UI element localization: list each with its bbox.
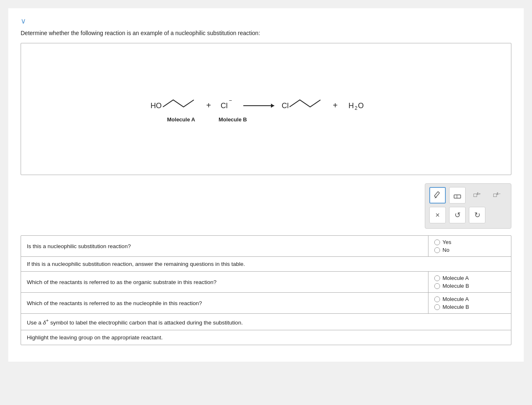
top-chevron[interactable]: ∨ xyxy=(21,17,511,26)
question-nucleophile: Which of the reactants is referred to as… xyxy=(21,293,428,313)
question-delta: Use a δ+ symbol to label the electrophil… xyxy=(21,314,511,330)
option-no[interactable]: No xyxy=(434,247,505,253)
table-row-highlight: Highlight the leaving group on the appro… xyxy=(21,330,511,345)
redo-icon: ↻ xyxy=(474,211,480,220)
question-info-text: If this is a nucleophilic substitution r… xyxy=(27,261,245,267)
table-row-nucleophilic: Is this a nucleophilic substitution reac… xyxy=(21,236,511,257)
question-substrate: Which of the reactants is referred to as… xyxy=(21,272,428,292)
table-row-info: If this is a nucleophilic substitution r… xyxy=(21,257,511,272)
svg-text:+: + xyxy=(333,101,338,110)
svg-text:2: 2 xyxy=(355,105,358,111)
svg-text:Molecule A: Molecule A xyxy=(167,116,195,123)
question-nucleophile-text: Which of the reactants is referred to as… xyxy=(27,300,202,306)
svg-text:Molecule B: Molecule B xyxy=(219,116,247,123)
option-nucleophile-a[interactable]: Molecule A xyxy=(434,296,505,302)
undo-button[interactable]: ↺ xyxy=(449,207,466,223)
option-nucleophile-b[interactable]: Molecule B xyxy=(434,304,505,310)
toolbar-area: □δ+ □δ− × ↺ ↻ xyxy=(21,183,511,229)
reaction-diagram: HO + Cl − Cl + H 2 O Molecule A Mol xyxy=(97,84,435,134)
close-button[interactable]: × xyxy=(429,207,446,223)
eraser-icon xyxy=(453,191,462,200)
radio-nucleophile-b[interactable] xyxy=(434,304,440,310)
svg-text:−: − xyxy=(229,97,232,104)
svg-text:HO: HO xyxy=(151,102,162,110)
svg-text:+: + xyxy=(206,101,211,110)
delta-minus-button[interactable]: □δ− xyxy=(489,187,505,204)
svg-text:Cl: Cl xyxy=(282,102,289,110)
question-nucleophilic: Is this a nucleophilic substitution reac… xyxy=(21,236,428,256)
radio-substrate-b[interactable] xyxy=(434,283,440,289)
options-nucleophile: Molecule A Molecule B xyxy=(428,293,511,313)
option-substrate-a[interactable]: Molecule A xyxy=(434,275,505,281)
undo-icon: ↺ xyxy=(454,211,461,220)
toolbar-panel: □δ+ □δ− × ↺ ↻ xyxy=(425,183,511,229)
svg-text:O: O xyxy=(358,102,364,110)
option-yes[interactable]: Yes xyxy=(434,239,505,245)
svg-text:H: H xyxy=(348,102,354,110)
radio-no[interactable] xyxy=(434,247,440,253)
question-text: Determine whether the following reaction… xyxy=(21,30,511,36)
close-icon: × xyxy=(435,211,440,220)
reaction-box: HO + Cl − Cl + H 2 O Molecule A Mol xyxy=(21,43,511,175)
option-substrate-b[interactable]: Molecule B xyxy=(434,283,505,289)
delta-plus-button[interactable]: □δ+ xyxy=(469,187,485,204)
svg-rect-13 xyxy=(434,192,440,197)
question-highlight: Highlight the leaving group on the appro… xyxy=(21,330,511,345)
options-nucleophilic: Yes No xyxy=(428,236,511,256)
radio-substrate-a[interactable] xyxy=(434,275,440,281)
question-delta-text: Use a δ+ symbol to label the electrophil… xyxy=(27,318,243,326)
radio-yes[interactable] xyxy=(434,239,440,245)
delta-minus-icon: □δ− xyxy=(493,192,500,199)
pencil-button[interactable] xyxy=(429,187,446,204)
eraser-button[interactable] xyxy=(449,187,466,204)
table-row-nucleophile: Which of the reactants is referred to as… xyxy=(21,293,511,314)
table-row-substrate: Which of the reactants is referred to as… xyxy=(21,272,511,293)
empty-slot xyxy=(489,207,505,223)
svg-marker-5 xyxy=(271,104,274,108)
svg-text:Cl: Cl xyxy=(221,102,228,110)
radio-nucleophile-a[interactable] xyxy=(434,296,440,302)
delta-plus-icon: □δ+ xyxy=(473,192,480,199)
options-substrate: Molecule A Molecule B xyxy=(428,272,511,292)
pencil-icon xyxy=(433,191,442,200)
table-row-delta: Use a δ+ symbol to label the electrophil… xyxy=(21,314,511,330)
answer-table: Is this a nucleophilic substitution reac… xyxy=(21,235,511,345)
question-highlight-text: Highlight the leaving group on the appro… xyxy=(27,334,162,341)
page-container: ∨ Determine whether the following reacti… xyxy=(8,8,524,362)
question-substrate-text: Which of the reactants is referred to as… xyxy=(27,279,217,285)
question-nucleophilic-text: Is this a nucleophilic substitution reac… xyxy=(27,243,131,249)
question-info: If this is a nucleophilic substitution r… xyxy=(21,257,511,271)
redo-button[interactable]: ↻ xyxy=(469,207,485,223)
svg-rect-16 xyxy=(454,195,461,198)
